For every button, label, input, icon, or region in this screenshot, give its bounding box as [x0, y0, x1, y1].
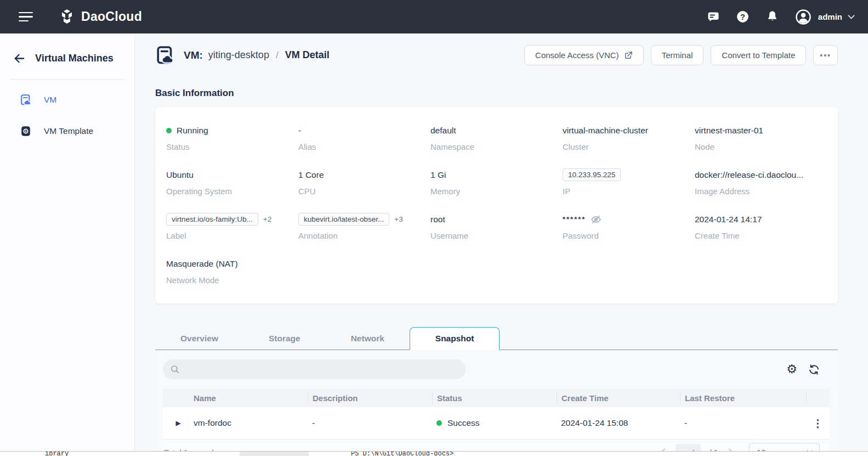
convert-label: Convert to Template — [722, 50, 795, 60]
basic-information-card: Running Status - Alias default Namespace… — [155, 107, 838, 303]
search-icon — [170, 364, 180, 374]
field-label: virtnest.io/os-family:Ub...+2 Label — [166, 212, 298, 240]
label-extra-count[interactable]: +2 — [263, 215, 271, 223]
vm-template-icon — [20, 125, 32, 137]
table-header: Name Description Status Create Time Last… — [163, 389, 830, 407]
user-menu[interactable]: admin — [795, 9, 854, 25]
field-operating-system: Ubuntu Operating System — [166, 168, 298, 196]
tab-storage[interactable]: Storage — [243, 328, 326, 350]
help-icon[interactable]: ? — [736, 10, 750, 24]
field-ip: 10.233.95.225 IP — [563, 168, 695, 196]
basic-information-title: Basic Information — [155, 88, 838, 99]
background-window-strip: ibrary PS D:\N\Git\DaoCloud-docs> — [0, 451, 868, 456]
sidebar: Virtual Machines VM VM Template — [0, 33, 135, 456]
refresh-icon[interactable] — [808, 364, 820, 375]
field-node: virtnest-master-01 Node — [695, 123, 827, 151]
column-description: Description — [308, 392, 432, 404]
more-actions-button[interactable]: ••• — [813, 45, 838, 65]
tab-overview[interactable]: Overview — [155, 328, 243, 350]
brand-name: DaoCloud — [81, 9, 142, 24]
page-header: VM: yiting-desktop / VM Detail Console A… — [155, 45, 838, 65]
row-actions-kebab-icon[interactable]: ⋮ — [813, 418, 823, 429]
arrow-left-icon — [13, 52, 26, 65]
annotation-extra-count[interactable]: +3 — [394, 215, 402, 223]
column-last-restore: Last Restore — [680, 392, 806, 404]
expand-row-icon[interactable]: ▶ — [175, 419, 180, 427]
field-memory: 1 Gi Memory — [430, 168, 563, 196]
field-annotation: kubevirt.io/latest-obser...+3 Annotation — [298, 212, 430, 240]
brand-logo[interactable]: DaoCloud — [58, 8, 142, 26]
chevron-down-icon — [848, 12, 855, 19]
ip-chip[interactable]: 10.233.95.225 — [563, 168, 621, 181]
column-actions — [806, 392, 830, 404]
main-content: VM: yiting-desktop / VM Detail Console A… — [135, 33, 868, 456]
sidebar-item-label: VM — [44, 95, 56, 105]
settings-gear-icon[interactable]: ⚙ — [786, 363, 797, 375]
expand-column-header — [163, 392, 189, 404]
field-network-mode: Masquerade (NAT) Network Mode — [166, 257, 298, 285]
column-status: Status — [432, 392, 557, 404]
vm-doc-cloud-icon — [155, 46, 175, 65]
status-dot — [166, 128, 172, 133]
convert-to-template-button[interactable]: Convert to Template — [711, 45, 806, 65]
terminal-label: Terminal — [662, 50, 693, 60]
sidebar-title: Virtual Machines — [35, 53, 114, 64]
svg-text:?: ? — [740, 13, 745, 21]
cell-description: - — [308, 418, 432, 428]
column-name: Name — [189, 392, 308, 404]
cell-name[interactable]: vm-fordoc — [189, 418, 308, 428]
field-password: ****** Password — [563, 212, 695, 240]
background-window-block — [240, 452, 309, 456]
status-dot — [436, 420, 442, 426]
label-chip[interactable]: virtnest.io/os-family:Ub... — [166, 213, 258, 226]
snapshot-toolbar: ⚙ — [163, 359, 830, 379]
field-cpu: 1 Core CPU — [298, 168, 430, 196]
console-access-button[interactable]: Console Access (VNC) — [524, 45, 644, 65]
sidebar-back-title[interactable]: Virtual Machines — [0, 52, 134, 65]
cell-last-restore: - — [680, 418, 806, 428]
username-label: admin — [818, 12, 842, 21]
cell-create-time: 2024-01-24 15:08 — [557, 418, 680, 428]
topbar: DaoCloud ? admin — [0, 0, 868, 33]
snapshot-table: Name Description Status Create Time Last… — [163, 389, 830, 456]
snapshot-panel: ⚙ Name Description Status Create Time La… — [155, 350, 838, 456]
avatar — [795, 9, 812, 25]
daocloud-cube-icon — [58, 8, 76, 26]
vm-doc-cloud-icon — [20, 94, 32, 106]
sidebar-item-label: VM Template — [44, 126, 93, 136]
search-input[interactable] — [184, 365, 458, 374]
external-link-icon — [624, 51, 633, 60]
eye-off-icon[interactable] — [591, 214, 602, 225]
field-image-address: docker://release-ci.daoclou... Image Add… — [695, 168, 827, 196]
chat-icon[interactable] — [706, 10, 721, 24]
annotation-chip[interactable]: kubevirt.io/latest-obser... — [298, 213, 389, 226]
more-actions-icon: ••• — [820, 51, 831, 60]
field-username: root Username — [430, 212, 563, 240]
background-window-text: PS D:\N\Git\DaoCloud-docs> — [351, 451, 453, 456]
field-create-time: 2024-01-24 14:17 Create Time — [695, 212, 827, 240]
cell-status: Success — [432, 418, 557, 428]
field-namespace: default Namespace — [430, 123, 563, 151]
breadcrumb-vm-name[interactable]: yiting-desktop — [208, 49, 269, 61]
detail-tabs: Overview Storage Network Snapshot — [155, 326, 838, 350]
breadcrumb-separator: / — [276, 50, 279, 61]
sidebar-item-vm-template[interactable]: VM Template — [0, 115, 134, 147]
breadcrumb-entity: VM: — [184, 49, 203, 61]
field-cluster: virtual-machine-cluster Cluster — [563, 123, 695, 151]
tab-network[interactable]: Network — [326, 328, 410, 350]
search-box[interactable] — [163, 359, 466, 379]
hamburger-menu-icon[interactable] — [19, 9, 33, 25]
field-alias: - Alias — [298, 123, 430, 151]
tab-snapshot[interactable]: Snapshot — [410, 327, 500, 350]
background-window-text: ibrary — [45, 451, 69, 456]
column-create-time: Create Time — [557, 392, 680, 404]
field-status: Running Status — [166, 123, 298, 151]
table-row: ▶ vm-fordoc - Success 2024-01-24 15:08 -… — [163, 407, 830, 440]
console-access-label: Console Access (VNC) — [535, 50, 619, 60]
sidebar-item-vm[interactable]: VM — [0, 84, 134, 115]
breadcrumb-page: VM Detail — [285, 49, 330, 61]
divider — [10, 79, 124, 80]
notification-bell-icon[interactable] — [765, 10, 780, 24]
terminal-button[interactable]: Terminal — [651, 45, 704, 65]
